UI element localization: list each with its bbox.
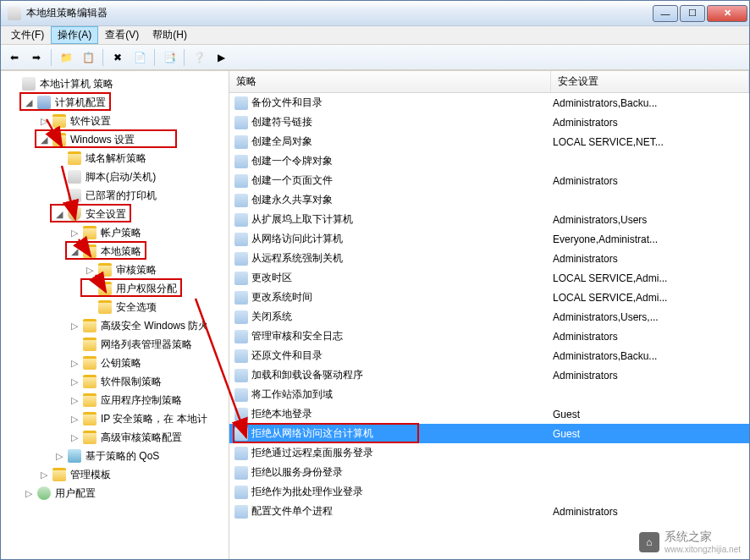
column-header-setting[interactable]: 安全设置 xyxy=(551,71,749,92)
tree-label: 用户权限分配 xyxy=(114,281,179,297)
help-icon[interactable]: ❔ xyxy=(189,47,209,68)
menu-item-2[interactable]: 查看(V) xyxy=(98,26,146,44)
tree-node[interactable]: 脚本(启动/关机) xyxy=(1,167,229,186)
tree-toggle-icon[interactable]: ◢ xyxy=(69,246,80,257)
tree-toggle-icon[interactable]: ▷ xyxy=(23,488,35,499)
menu-item-1[interactable]: 操作(A) xyxy=(51,26,98,44)
tree-node[interactable]: ◢计算机配置 xyxy=(1,93,229,112)
tree-node[interactable]: ◢本地策略 xyxy=(1,242,229,261)
list-row[interactable]: 将工作站添加到域 xyxy=(229,385,749,404)
tree-node[interactable]: ▷IP 安全策略，在 本地计 xyxy=(1,409,229,428)
list-row[interactable]: 创建永久共享对象 xyxy=(229,190,749,210)
list-header: 策略 安全设置 xyxy=(229,71,749,93)
tree-node[interactable]: 本地计算机 策略 xyxy=(1,74,229,93)
list-row[interactable]: 创建一个页面文件Administrators xyxy=(229,171,749,190)
folder-icon xyxy=(83,393,97,407)
tree-toggle-icon[interactable]: ▷ xyxy=(53,451,65,462)
list-row[interactable]: 关闭系统Administrators,Users,... xyxy=(229,307,749,327)
list-row[interactable]: 拒绝从网络访问这台计算机Guest xyxy=(229,424,749,443)
tree-label: 帐户策略 xyxy=(99,225,143,241)
tree-node[interactable]: ▷公钥策略 xyxy=(1,354,229,372)
tree-node[interactable]: ▷帐户策略 xyxy=(1,223,229,242)
policy-icon xyxy=(234,116,248,129)
menu-item-3[interactable]: 帮助(H) xyxy=(146,26,194,44)
list-row[interactable]: 从网络访问此计算机Everyone,Administrat... xyxy=(229,229,749,249)
up-icon[interactable]: 📁 xyxy=(56,47,76,68)
run-icon[interactable]: ▶ xyxy=(211,47,231,68)
list-row[interactable]: 备份文件和目录Administrators,Backu... xyxy=(229,93,749,113)
list-row[interactable]: 还原文件和目录Administrators,Backu... xyxy=(229,346,749,365)
policy-icon xyxy=(234,310,248,324)
security-setting: Administrators xyxy=(551,331,749,343)
security-setting: LOCAL SERVICE,Admi... xyxy=(551,292,749,304)
column-header-policy[interactable]: 策略 xyxy=(229,71,551,92)
tree-toggle-icon[interactable]: ◢ xyxy=(38,135,50,145)
tree-toggle-icon[interactable]: ▷ xyxy=(69,376,80,387)
tree-node[interactable]: 用户权限分配 xyxy=(1,279,229,298)
tree-toggle-icon[interactable]: ▷ xyxy=(38,116,50,127)
tree-node[interactable]: ▷高级安全 Windows 防火 xyxy=(1,316,229,335)
tree-panel[interactable]: 本地计算机 策略◢计算机配置▷软件设置◢Windows 设置域名解析策略脚本(启… xyxy=(1,71,229,559)
tree-node[interactable]: ▷软件限制策略 xyxy=(1,372,229,391)
tree-toggle-icon[interactable]: ▷ xyxy=(38,469,50,480)
tree-node[interactable]: 网络列表管理器策略 xyxy=(1,335,229,354)
tree-toggle-icon[interactable]: ▷ xyxy=(69,321,80,332)
list-row[interactable]: 从远程系统强制关机Administrators xyxy=(229,249,749,268)
policy-name: 拒绝以服务身份登录 xyxy=(251,465,343,480)
watermark-url: www.xitongzhijia.net xyxy=(665,545,741,554)
tree-node[interactable]: ▷审核策略 xyxy=(1,261,229,279)
tree-node[interactable]: ▷应用程序控制策略 xyxy=(1,391,229,409)
list-row[interactable]: 创建全局对象LOCAL SERVICE,NET... xyxy=(229,132,749,151)
list-row[interactable]: 拒绝以服务身份登录 xyxy=(229,463,749,482)
delete-icon[interactable]: ✖ xyxy=(108,47,128,68)
tree-toggle-icon[interactable]: ◢ xyxy=(53,209,65,220)
tree-node[interactable]: ▷软件设置 xyxy=(1,112,229,130)
list-panel[interactable]: 策略 安全设置 备份文件和目录Administrators,Backu...创建… xyxy=(229,71,749,559)
list-row[interactable]: 拒绝作为批处理作业登录 xyxy=(229,482,749,502)
tree-node[interactable]: ◢安全设置 xyxy=(1,205,229,223)
minimize-button[interactable]: — xyxy=(653,5,678,22)
tree-toggle-icon[interactable]: ▷ xyxy=(84,265,96,276)
export-icon[interactable]: 📑 xyxy=(159,47,179,68)
security-setting: Administrators,Users xyxy=(551,214,749,226)
tree-node[interactable]: ▷管理模板 xyxy=(1,465,229,484)
tree-node[interactable]: ▷用户配置 xyxy=(1,484,229,502)
user-icon xyxy=(37,486,51,500)
properties-icon[interactable]: 📋 xyxy=(78,47,98,68)
list-row[interactable]: 拒绝通过远程桌面服务登录 xyxy=(229,443,749,463)
list-row[interactable]: 更改系统时间LOCAL SERVICE,Admi... xyxy=(229,288,749,307)
forward-icon[interactable]: ➡ xyxy=(26,47,47,68)
tree-toggle-icon[interactable]: ▷ xyxy=(69,414,80,425)
refresh-icon[interactable]: 📄 xyxy=(130,47,150,68)
folder-icon xyxy=(83,319,97,332)
tree-node[interactable]: ◢Windows 设置 xyxy=(1,130,229,149)
tree-node[interactable]: ▷高级审核策略配置 xyxy=(1,428,229,447)
tree-label: 基于策略的 QoS xyxy=(84,448,161,464)
tree-toggle-icon[interactable]: ▷ xyxy=(69,228,80,239)
computer-icon xyxy=(37,96,51,109)
tree-node[interactable]: 域名解析策略 xyxy=(1,149,229,167)
security-setting: Administrators xyxy=(551,506,749,518)
close-button[interactable]: ✕ xyxy=(707,5,747,22)
menu-item-0[interactable]: 文件(F) xyxy=(4,26,51,44)
policy-name: 创建永久共享对象 xyxy=(251,193,333,207)
policy-icon xyxy=(234,291,248,305)
tree-label: 软件限制策略 xyxy=(99,374,163,390)
tree-node[interactable]: 已部署的打印机 xyxy=(1,186,229,205)
list-row[interactable]: 管理审核和安全日志Administrators xyxy=(229,327,749,346)
back-icon[interactable]: ⬅ xyxy=(4,47,25,68)
tree-node[interactable]: ▷基于策略的 QoS xyxy=(1,447,229,465)
list-row[interactable]: 创建符号链接Administrators xyxy=(229,113,749,132)
tree-toggle-icon[interactable]: ▷ xyxy=(69,432,80,443)
list-row[interactable]: 拒绝本地登录Guest xyxy=(229,404,749,424)
maximize-button[interactable]: ☐ xyxy=(680,5,705,22)
tree-toggle-icon[interactable]: ▷ xyxy=(69,395,80,406)
list-row[interactable]: 创建一个令牌对象 xyxy=(229,151,749,171)
list-row[interactable]: 从扩展坞上取下计算机Administrators,Users xyxy=(229,210,749,229)
list-row[interactable]: 更改时区LOCAL SERVICE,Admi... xyxy=(229,268,749,288)
tree-toggle-icon[interactable]: ▷ xyxy=(69,358,80,369)
list-row[interactable]: 配置文件单个进程Administrators xyxy=(229,502,749,521)
tree-toggle-icon[interactable]: ◢ xyxy=(23,97,35,108)
list-row[interactable]: 加载和卸载设备驱动程序Administrators xyxy=(229,365,749,385)
tree-node[interactable]: 安全选项 xyxy=(1,298,229,316)
